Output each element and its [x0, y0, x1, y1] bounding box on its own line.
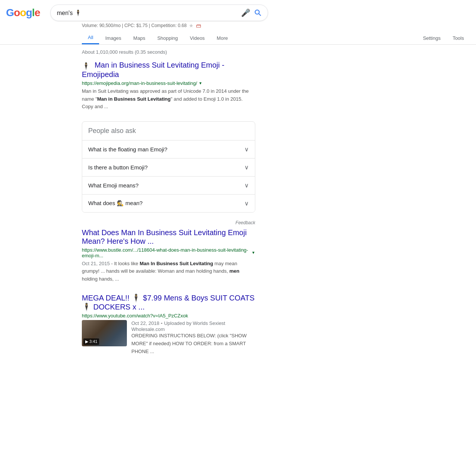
db-icon: 🗃 [196, 23, 201, 29]
paa-question-4: What does 🕵 mean? [88, 200, 143, 207]
result3-video-row: ▶ 3:41 Oct 22, 2018 - Uploaded by Worlds… [82, 320, 255, 355]
search-result-2: What Does Man In Business Suit Levitatin… [82, 228, 255, 283]
paa-item-1[interactable]: What is the floating man Emoji? ∨ [82, 140, 255, 158]
paa-chevron-1: ∨ [244, 146, 249, 153]
logo-letter-o2: o [20, 7, 26, 18]
search-input[interactable] [57, 9, 238, 16]
result2-snippet: Oct 21, 2015 - It looks like Man In Busi… [82, 260, 255, 283]
logo-letter-g2: g [26, 7, 32, 18]
tab-videos[interactable]: Videos [184, 32, 211, 44]
logo-letter-g: G [6, 7, 14, 18]
result3-snippet: ORDERING INSTRUCTIONS BELOW: (click "SHO… [131, 332, 255, 355]
tab-tools[interactable]: Tools [447, 32, 470, 44]
search-button[interactable] [253, 8, 262, 18]
paa-title: People also ask [82, 122, 255, 140]
result3-meta: Oct 22, 2018 - Uploaded by Worlds Sexies… [131, 320, 255, 332]
star-icon: ★ [189, 23, 194, 29]
stats-bar: Volume: 90,500/mo | CPC: $1.75 | Competi… [0, 21, 476, 29]
paa-feedback[interactable]: Feedback [82, 219, 255, 228]
people-also-ask-box: People also ask What is the floating man… [82, 121, 255, 213]
paa-item-3[interactable]: What Emoji means? ∨ [82, 176, 255, 194]
nav-tabs: All Images Maps Shopping Videos More Set… [0, 29, 476, 45]
header: Google 🎤 [0, 0, 476, 21]
result1-favicon: 🕴 [82, 62, 90, 70]
result3-content: Oct 22, 2018 - Uploaded by Worlds Sexies… [131, 320, 255, 355]
google-logo[interactable]: Google [6, 7, 40, 19]
result1-title-link[interactable]: Man in Business Suit Levitating Emoji - … [82, 61, 224, 79]
tab-more[interactable]: More [211, 32, 234, 44]
video-duration: ▶ 3:41 [83, 338, 99, 345]
tab-settings[interactable]: Settings [417, 32, 447, 44]
paa-question-1: What is the floating man Emoji? [88, 146, 167, 153]
result1-dropdown-arrow[interactable]: ▼ [199, 81, 202, 85]
result1-snippet: Man in Suit Levitating was approved as p… [82, 88, 255, 111]
paa-question-3: What Emoji means? [88, 182, 139, 189]
paa-question-2: Is there a button Emoji? [88, 164, 148, 171]
result3-url: https://www.youtube.com/watch?v=IA5_PzCZ… [82, 313, 255, 319]
result-count: About 1,010,000 results (0.35 seconds) [82, 49, 255, 61]
paa-item-4[interactable]: What does 🕵 mean? ∨ [82, 194, 255, 212]
search-bar: 🎤 [50, 5, 268, 21]
paa-item-2[interactable]: Is there a button Emoji? ∨ [82, 158, 255, 176]
tab-maps[interactable]: Maps [127, 32, 151, 44]
result2-url: https://www.bustle.com/.../118604-what-d… [82, 247, 255, 258]
results-area: About 1,010,000 results (0.35 seconds) 🕴… [0, 45, 255, 355]
microphone-icon[interactable]: 🎤 [241, 8, 250, 17]
result2-title-link[interactable]: What Does Man In Business Suit Levitatin… [82, 228, 247, 245]
paa-chevron-2: ∨ [244, 164, 249, 171]
result2-dropdown-arrow[interactable]: ▼ [252, 251, 255, 255]
video-thumbnail[interactable]: ▶ 3:41 [82, 320, 127, 346]
result3-title-link[interactable]: MEGA DEAL!! 🕴 $7.99 Mens & Boys SUIT COA… [82, 294, 255, 311]
search-svg-icon [253, 8, 262, 17]
paa-chevron-3: ∨ [244, 182, 249, 189]
paa-chevron-4: ∨ [244, 200, 249, 207]
logo-letter-o1: o [14, 7, 20, 18]
search-result-3: MEGA DEAL!! 🕴 $7.99 Mens & Boys SUIT COA… [82, 293, 255, 355]
result1-title-row: 🕴 Man in Business Suit Levitating Emoji … [82, 61, 255, 79]
result2-date: Oct 21, 2015 [82, 261, 110, 266]
result1-url: https://emojipedia.org/man-in-business-s… [82, 80, 255, 86]
tab-shopping[interactable]: Shopping [151, 32, 184, 44]
result3-date: Oct 22, 2018 [131, 320, 159, 326]
tab-all[interactable]: All [82, 32, 99, 44]
logo-letter-e: e [35, 7, 40, 18]
tab-images[interactable]: Images [99, 32, 127, 44]
search-result-1: 🕴 Man in Business Suit Levitating Emoji … [82, 61, 255, 111]
logo-letter-l: l [32, 7, 35, 18]
stats-text: Volume: 90,500/mo | CPC: $1.75 | Competi… [82, 23, 187, 28]
